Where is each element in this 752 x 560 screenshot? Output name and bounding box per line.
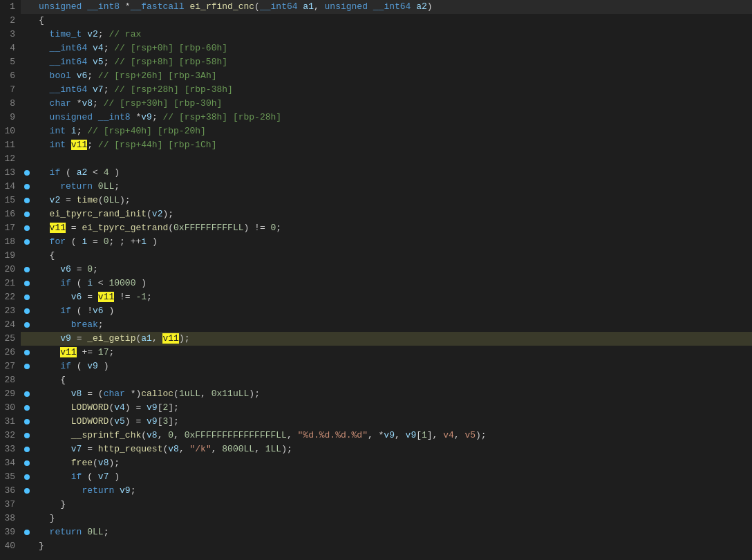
breakpoint-dot [24, 322, 30, 328]
code-text: __int64 v4; // [rsp+0h] [rbp-60h] [33, 41, 752, 55]
code-line: 9 unsigned __int8 *v9; // [rsp+38h] [rbp… [0, 111, 752, 124]
breakpoint-col [21, 28, 33, 41]
code-line: 6 bool v6; // [rsp+26h] [rbp-3Ah] [0, 69, 752, 83]
line-number: 30 [0, 401, 21, 415]
code-line: 17 v11 = ei_tpyrc_getrand(0xFFFFFFFFFLL)… [0, 221, 752, 235]
code-text: v7 = http_request(v8, "/k", 8000LL, 1LL)… [33, 442, 752, 456]
code-text: break; [33, 318, 752, 332]
line-number: 5 [0, 55, 21, 69]
breakpoint-col [21, 97, 33, 111]
code-text: unsigned __int8 *v9; // [rsp+38h] [rbp-2… [33, 111, 752, 124]
code-line: 8 char *v8; // [rsp+30h] [rbp-30h] [0, 97, 752, 111]
line-number: 32 [0, 429, 21, 442]
breakpoint-dot [24, 460, 30, 466]
breakpoint-col [21, 373, 33, 387]
breakpoint-col [21, 14, 33, 28]
breakpoint-dot [24, 419, 30, 424]
line-number: 26 [0, 346, 21, 360]
line-number: 7 [0, 83, 21, 97]
breakpoint-col [21, 180, 33, 194]
code-text: v8 = (char *)calloc(1uLL, 0x11uLL); [33, 387, 752, 401]
breakpoint-dot [24, 308, 30, 314]
breakpoint-col [21, 83, 33, 97]
code-line: 19 { [0, 249, 752, 263]
code-line: 10 int i; // [rsp+40h] [rbp-20h] [0, 124, 752, 138]
line-number: 28 [0, 373, 21, 387]
code-line: 25 v9 = _ei_getip(a1, v11); [0, 332, 752, 346]
code-line: 37 } [0, 498, 752, 512]
code-line: 26 v11 += 17; [0, 346, 752, 360]
code-line: 32 __sprintf_chk(v8, 0, 0xFFFFFFFFFFFFFF… [0, 429, 752, 442]
code-text: LODWORD(v4) = v9[2]; [33, 401, 752, 415]
code-text: v2 = time(0LL); [33, 194, 752, 207]
code-editor: 1 unsigned __int8 *__fastcall ei_rfind_c… [0, 0, 752, 560]
line-number: 21 [0, 277, 21, 290]
line-number: 22 [0, 290, 21, 304]
breakpoint-col [21, 235, 33, 249]
code-text: __int64 v5; // [rsp+8h] [rbp-58h] [33, 55, 752, 69]
code-text: if ( a2 < 4 ) [33, 166, 752, 180]
breakpoint-col [21, 442, 33, 456]
line-number: 16 [0, 207, 21, 221]
line-number: 2 [0, 14, 21, 28]
breakpoint-dot [24, 184, 30, 189]
line-number: 12 [0, 152, 21, 166]
code-text: { [33, 249, 752, 263]
line-number: 14 [0, 180, 21, 194]
line-number: 38 [0, 512, 21, 525]
code-line: 33 v7 = http_request(v8, "/k", 8000LL, 1… [0, 442, 752, 456]
code-line: 3 time_t v2; // rax [0, 28, 752, 41]
breakpoint-col [21, 0, 33, 14]
line-number: 15 [0, 194, 21, 207]
code-line: 4 __int64 v4; // [rsp+0h] [rbp-60h] [0, 41, 752, 55]
breakpoint-dot [24, 405, 30, 411]
line-number: 17 [0, 221, 21, 235]
line-number: 24 [0, 318, 21, 332]
line-number: 31 [0, 415, 21, 429]
breakpoint-col [21, 346, 33, 360]
code-line: 34 free(v8); [0, 456, 752, 470]
code-line: 38 } [0, 512, 752, 525]
code-text: } [33, 539, 752, 553]
breakpoint-col [21, 152, 33, 166]
line-number: 33 [0, 442, 21, 456]
code-line: 21 if ( i < 10000 ) [0, 277, 752, 290]
code-line: 16 ei_tpyrc_rand_init(v2); [0, 207, 752, 221]
breakpoint-col [21, 41, 33, 55]
code-line: 35 if ( v7 ) [0, 470, 752, 484]
code-text: bool v6; // [rsp+26h] [rbp-3Ah] [33, 69, 752, 83]
code-text: char *v8; // [rsp+30h] [rbp-30h] [33, 97, 752, 111]
line-number: 8 [0, 97, 21, 111]
line-number: 35 [0, 470, 21, 484]
breakpoint-dot [24, 447, 30, 452]
breakpoint-dot [24, 225, 30, 231]
code-text: if ( !v6 ) [33, 304, 752, 318]
line-number: 4 [0, 41, 21, 55]
line-number: 25 [0, 332, 21, 346]
code-line: 5 __int64 v5; // [rsp+8h] [rbp-58h] [0, 55, 752, 69]
breakpoint-dot [24, 391, 30, 397]
code-line: 31 LODWORD(v5) = v9[3]; [0, 415, 752, 429]
breakpoint-col [21, 387, 33, 401]
code-line: 27 if ( v9 ) [0, 360, 752, 373]
code-text: return 0LL; [33, 525, 752, 539]
code-text: __sprintf_chk(v8, 0, 0xFFFFFFFFFFFFFFFLL… [33, 429, 752, 442]
line-number: 9 [0, 111, 21, 124]
breakpoint-col [21, 360, 33, 373]
line-number: 27 [0, 360, 21, 373]
line-number: 40 [0, 539, 21, 553]
breakpoint-dot [24, 295, 30, 300]
line-number: 20 [0, 263, 21, 277]
breakpoint-dot [24, 433, 30, 438]
breakpoint-col [21, 166, 33, 180]
code-text: LODWORD(v5) = v9[3]; [33, 415, 752, 429]
breakpoint-dot [24, 281, 30, 286]
line-number: 6 [0, 69, 21, 83]
code-text: int i; // [rsp+40h] [rbp-20h] [33, 124, 752, 138]
breakpoint-col [21, 111, 33, 124]
line-number: 11 [0, 138, 21, 152]
code-line: 29 v8 = (char *)calloc(1uLL, 0x11uLL); [0, 387, 752, 401]
code-text: int v11; // [rsp+44h] [rbp-1Ch] [33, 138, 752, 152]
line-number: 13 [0, 166, 21, 180]
code-text: return v9; [33, 484, 752, 498]
